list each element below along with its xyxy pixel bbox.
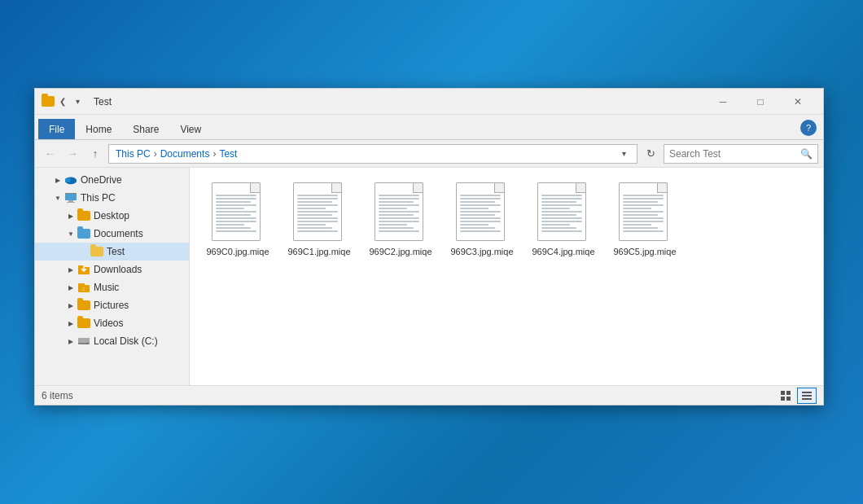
videos-toggle[interactable]: ▶ (64, 317, 77, 330)
desktop-folder-icon (77, 209, 90, 222)
file-item-3[interactable]: 969C3.jpg.miqe (445, 179, 519, 261)
svg-rect-5 (67, 202, 75, 203)
refresh-button[interactable]: ↻ (641, 144, 660, 164)
nav-forward-button[interactable]: → (63, 144, 82, 164)
svg-point-14 (86, 343, 88, 344)
downloads-icon (77, 263, 90, 276)
onedrive-icon (64, 173, 77, 186)
help-button[interactable]: ? (800, 120, 817, 136)
search-input[interactable] (669, 148, 800, 160)
sidebar-item-desktop[interactable]: ▶ Desktop (35, 207, 189, 225)
window-controls: ─ □ ✕ (704, 89, 817, 115)
svg-rect-21 (802, 398, 812, 400)
sidebar-item-downloads[interactable]: ▶ Downloads (35, 261, 189, 278)
window-title: Test (94, 96, 704, 107)
music-label: Music (94, 282, 119, 293)
sidebar-item-videos[interactable]: ▶ Videos (35, 314, 189, 332)
pictures-folder-icon (77, 299, 90, 312)
files-grid: 969C0.jpg.miqe969C1.jpg.miqe969C2.jpg.mi… (198, 176, 815, 264)
main-area: ▶ OneDrive ▼ This PC ▶ Deskto (35, 168, 823, 385)
titlebar-folder-icon (42, 96, 55, 107)
downloads-label: Downloads (94, 264, 142, 275)
file-name: 969C1.jpg.miqe (287, 246, 350, 257)
breadcrumb-documents[interactable]: Documents (160, 148, 210, 160)
svg-rect-15 (781, 391, 785, 395)
titlebar-back-icon[interactable]: ❮ (56, 95, 69, 108)
sidebar-item-test[interactable]: Test (35, 243, 189, 261)
nav-up-button[interactable]: ↑ (85, 144, 105, 164)
status-bar: 6 items (35, 385, 823, 405)
desktop-label: Desktop (94, 210, 129, 221)
tab-file[interactable]: File (38, 119, 75, 139)
svg-rect-3 (65, 194, 77, 200)
tab-home[interactable]: Home (75, 119, 122, 139)
svg-point-1 (65, 177, 71, 182)
drive-icon (77, 335, 90, 348)
sidebar: ▶ OneDrive ▼ This PC ▶ Deskto (35, 168, 190, 385)
sidebar-item-localdisk[interactable]: ▶ Local Disk (C:) (35, 332, 189, 350)
localdisk-label: Local Disk (C:) (94, 335, 158, 347)
svg-text:♫: ♫ (81, 287, 85, 291)
file-icon (293, 182, 345, 243)
close-button[interactable]: ✕ (779, 89, 817, 115)
breadcrumb-test[interactable]: Test (219, 148, 237, 160)
file-icon (375, 182, 427, 243)
file-item-4[interactable]: 969C4.jpg.miqe (527, 179, 600, 261)
search-icon[interactable]: 🔍 (800, 148, 813, 160)
address-dropdown-button[interactable]: ▾ (617, 144, 630, 164)
ribbon-tabs: File Home Share View ? (35, 115, 823, 139)
this-pc-toggle[interactable]: ▼ (51, 191, 64, 204)
file-item-2[interactable]: 969C2.jpg.miqe (364, 179, 437, 261)
test-label: Test (107, 246, 125, 257)
item-count: 6 items (42, 390, 73, 401)
search-box[interactable]: 🔍 (664, 144, 818, 164)
onedrive-label: OneDrive (81, 174, 122, 186)
svg-rect-4 (68, 200, 73, 202)
view-buttons (776, 388, 817, 404)
file-name: 969C0.jpg.miqe (206, 246, 269, 257)
file-icon (619, 182, 671, 243)
sidebar-item-music[interactable]: ▶ ♫ Music (35, 278, 189, 296)
tab-share[interactable]: Share (122, 119, 169, 139)
tab-view[interactable]: View (169, 119, 212, 139)
breadcrumb-this-pc[interactable]: This PC (116, 148, 151, 160)
minimize-button[interactable]: ─ (704, 89, 742, 115)
file-icon (456, 182, 508, 243)
pictures-toggle[interactable]: ▶ (64, 299, 77, 312)
file-item-1[interactable]: 969C1.jpg.miqe (283, 179, 356, 261)
file-name: 969C5.jpg.miqe (613, 246, 676, 257)
localdisk-toggle[interactable]: ▶ (64, 335, 77, 348)
explorer-window: ❮ ▾ Test ─ □ ✕ File Home Share View ? ← … (34, 88, 824, 405)
test-toggle (77, 245, 90, 258)
music-toggle[interactable]: ▶ (64, 281, 77, 294)
ribbon: File Home Share View ? (35, 115, 823, 140)
file-icon (212, 182, 264, 243)
list-view-button[interactable] (797, 388, 817, 404)
title-bar: ❮ ▾ Test ─ □ ✕ (35, 89, 823, 115)
titlebar-dropdown-icon[interactable]: ▾ (71, 95, 84, 108)
desktop-toggle[interactable]: ▶ (64, 209, 77, 222)
sidebar-item-this-pc[interactable]: ▼ This PC (35, 189, 189, 207)
nav-back-button[interactable]: ← (40, 144, 59, 164)
quick-access-toolbar: ❮ ▾ (42, 95, 84, 108)
address-bar: ← → ↑ This PC › Documents › Test ▾ ↻ 🔍 (35, 140, 823, 168)
this-pc-icon (64, 191, 77, 204)
svg-rect-20 (802, 395, 812, 397)
onedrive-toggle[interactable]: ▶ (51, 173, 64, 186)
grid-view-button[interactable] (776, 388, 795, 404)
file-name: 969C2.jpg.miqe (369, 246, 432, 257)
maximize-button[interactable]: □ (742, 89, 779, 115)
documents-toggle[interactable]: ▼ (64, 227, 77, 240)
sidebar-item-documents[interactable]: ▼ Documents (35, 225, 189, 243)
file-area: 969C0.jpg.miqe969C1.jpg.miqe969C2.jpg.mi… (190, 168, 823, 385)
sidebar-item-onedrive[interactable]: ▶ OneDrive (35, 171, 189, 189)
downloads-toggle[interactable]: ▶ (64, 263, 77, 276)
file-item-0[interactable]: 969C0.jpg.miqe (201, 179, 274, 261)
address-box[interactable]: This PC › Documents › Test ▾ (108, 144, 637, 164)
this-pc-label: This PC (81, 192, 116, 204)
pictures-label: Pictures (94, 300, 129, 311)
file-item-5[interactable]: 969C5.jpg.miqe (608, 179, 681, 261)
sidebar-item-pictures[interactable]: ▶ Pictures (35, 296, 189, 314)
file-name: 969C4.jpg.miqe (532, 246, 594, 257)
music-icon: ♫ (77, 281, 90, 294)
